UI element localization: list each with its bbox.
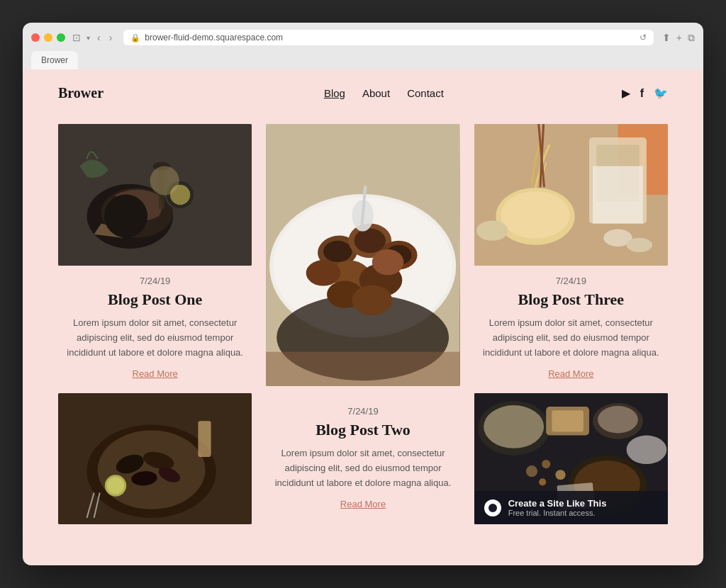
post-5-image[interactable]: Create a Site Like This Free trial. Inst… <box>474 393 668 524</box>
minimize-button[interactable] <box>44 33 52 42</box>
chevron-down-icon[interactable]: ▾ <box>86 34 90 42</box>
site-nav: Blog About Contact <box>324 87 444 99</box>
active-tab[interactable]: Brower <box>31 51 78 69</box>
svg-point-31 <box>306 260 341 285</box>
blog-post-5: Create a Site Like This Free trial. Inst… <box>474 393 668 524</box>
post-1-image[interactable] <box>58 124 252 266</box>
post-1-excerpt: Lorem ipsum dolor sit amet, consectetur … <box>63 316 247 360</box>
svg-point-3 <box>166 181 194 209</box>
blog-post-4 <box>58 393 252 534</box>
post-3-date: 7/24/19 <box>556 276 586 286</box>
svg-point-32 <box>372 249 404 275</box>
tabs-icon[interactable]: ⧉ <box>688 32 695 44</box>
browser-window-controls: ⊡ ▾ <box>72 32 90 43</box>
nav-about[interactable]: About <box>362 87 390 99</box>
post-2-date: 7/24/19 <box>347 406 378 417</box>
address-bar[interactable]: 🔒 brower-fluid-demo.squarespace.com ↺ <box>123 30 653 45</box>
youtube-icon[interactable]: ▶ <box>622 86 630 100</box>
svg-point-44 <box>501 191 569 239</box>
squarespace-banner[interactable]: Create a Site Like This Free trial. Inst… <box>474 491 668 524</box>
back-button[interactable]: ‹ <box>94 30 104 45</box>
twitter-icon[interactable]: 🐦 <box>654 86 668 100</box>
site-header: Brower Blog About Contact ▶ f 🐦 <box>23 69 703 117</box>
svg-rect-42 <box>593 166 643 224</box>
browser-nav: ‹ › <box>94 30 115 45</box>
svg-point-2 <box>101 188 173 238</box>
svg-point-9 <box>98 431 206 509</box>
refresh-icon[interactable]: ↺ <box>640 33 647 43</box>
post-3-image[interactable] <box>474 124 668 266</box>
new-tab-icon[interactable]: + <box>676 32 682 43</box>
squarespace-cta-title: Create a Site Like This <box>508 498 607 509</box>
post-3-title[interactable]: Blog Post Three <box>518 290 625 309</box>
svg-point-61 <box>539 479 546 486</box>
browser-chrome: ⊡ ▾ ‹ › 🔒 brower-fluid-demo.squarespace.… <box>23 23 703 69</box>
post-2-read-more[interactable]: Read More <box>340 499 386 509</box>
svg-point-34 <box>352 285 393 316</box>
browser-tabs: Brower <box>31 51 695 69</box>
nav-blog[interactable]: Blog <box>324 87 345 99</box>
post-2-title[interactable]: Blog Post Two <box>315 421 411 439</box>
sidebar-toggle-icon[interactable]: ⊡ <box>72 32 81 43</box>
lock-icon: 🔒 <box>130 33 140 43</box>
site-logo[interactable]: Brower <box>58 85 104 101</box>
url-text: brower-fluid-demo.squarespace.com <box>145 33 283 43</box>
svg-point-57 <box>598 406 638 433</box>
nav-contact[interactable]: Contact <box>407 87 444 99</box>
squarespace-text: Create a Site Like This Free trial. Inst… <box>508 498 607 517</box>
forward-button[interactable]: › <box>106 30 116 45</box>
svg-point-24 <box>323 241 352 262</box>
svg-point-1 <box>86 184 172 249</box>
browser-window: ⊡ ▾ ‹ › 🔒 brower-fluid-demo.squarespace.… <box>23 23 703 565</box>
svg-point-49 <box>476 220 508 240</box>
blog-post-2: 7/24/19 Blog Post Two Lorem ipsum dolor … <box>266 124 459 509</box>
browser-titlebar: ⊡ ▾ ‹ › 🔒 brower-fluid-demo.squarespace.… <box>31 30 695 45</box>
svg-point-26 <box>354 229 386 253</box>
post-3-read-more[interactable]: Read More <box>548 368 593 379</box>
squarespace-cta-sub: Free trial. Instant access. <box>508 509 607 517</box>
svg-rect-16 <box>198 422 211 458</box>
blog-grid: 7/24/19 Blog Post One Lorem ipsum dolor … <box>23 117 703 555</box>
svg-point-15 <box>107 477 124 494</box>
post-2-excerpt: Lorem ipsum dolor sit amet, consectetur … <box>271 446 455 490</box>
post-2-image[interactable] <box>266 124 459 386</box>
blog-post-1: 7/24/19 Blog Post One Lorem ipsum dolor … <box>58 124 252 379</box>
post-1-date: 7/24/19 <box>140 276 170 286</box>
svg-rect-5 <box>159 166 164 210</box>
svg-point-53 <box>484 405 544 448</box>
svg-rect-37 <box>266 352 459 386</box>
svg-point-6 <box>153 162 170 170</box>
svg-point-58 <box>526 466 537 477</box>
facebook-icon[interactable]: f <box>640 87 644 100</box>
left-column: 7/24/19 Blog Post One Lorem ipsum dolor … <box>58 124 252 534</box>
post-4-image[interactable] <box>58 393 252 524</box>
right-column: 7/24/19 Blog Post Three Lorem ipsum dolo… <box>474 124 668 534</box>
tab-label: Brower <box>41 55 68 65</box>
svg-rect-55 <box>552 411 583 432</box>
svg-point-60 <box>555 470 565 480</box>
svg-point-59 <box>542 460 550 468</box>
blog-post-3: 7/24/19 Blog Post Three Lorem ipsum dolo… <box>474 124 668 379</box>
svg-rect-0 <box>58 124 252 266</box>
svg-point-64 <box>626 436 666 464</box>
svg-point-48 <box>626 238 652 252</box>
social-icons: ▶ f 🐦 <box>622 86 668 100</box>
fullscreen-button[interactable] <box>57 33 65 42</box>
center-column: 7/24/19 Blog Post Two Lorem ipsum dolor … <box>266 124 459 534</box>
webpage-content: Brower Blog About Contact ▶ f 🐦 <box>23 69 703 565</box>
svg-point-4 <box>170 185 190 205</box>
post-3-excerpt: Lorem ipsum dolor sit amet, consectetur … <box>479 316 663 360</box>
share-icon[interactable]: ⬆ <box>662 32 671 43</box>
squarespace-logo <box>484 499 501 516</box>
close-button[interactable] <box>31 33 40 42</box>
post-1-title[interactable]: Blog Post One <box>108 290 202 309</box>
post-1-read-more[interactable]: Read More <box>133 368 178 379</box>
traffic-lights <box>31 33 65 42</box>
browser-actions: ⬆ + ⧉ <box>662 32 695 44</box>
